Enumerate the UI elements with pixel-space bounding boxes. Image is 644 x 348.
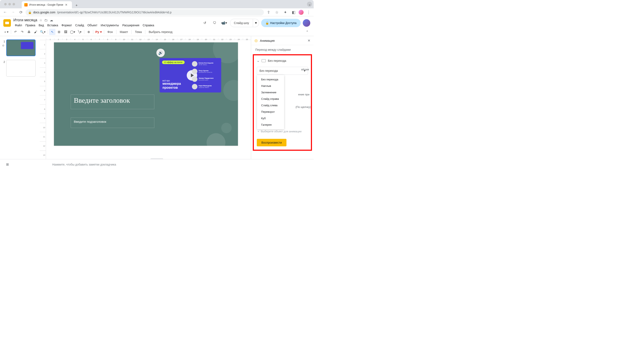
transition-option[interactable]: Наплыв xyxy=(257,83,284,89)
menu-help[interactable]: Справка xyxy=(141,23,156,28)
transition-option[interactable]: Галерея xyxy=(257,122,284,128)
textbox-tool[interactable]: ⊞ xyxy=(56,29,62,35)
redo-button[interactable]: ↷ xyxy=(19,29,25,35)
tabs-expand-icon[interactable]: ⌄ xyxy=(307,2,312,7)
panel-title: Анимация xyxy=(260,39,306,42)
cloud-status-icon[interactable]: ☁ xyxy=(50,18,53,22)
script-tool[interactable]: Рy ▾ xyxy=(94,29,103,35)
transition-dropdown[interactable]: Без перехода ▾ Без перехода Наплыв Затем… xyxy=(257,67,308,75)
transition-section-header[interactable]: ⌄ Без перехода xyxy=(256,57,309,64)
reload-button[interactable]: ⟳ xyxy=(18,9,24,16)
sidepanel-icon[interactable]: ◧ xyxy=(290,9,297,16)
zoom-button[interactable]: 🔍▾ xyxy=(39,29,46,35)
menu-format[interactable]: Формат xyxy=(60,23,74,28)
theme-button[interactable]: Тема xyxy=(133,30,144,34)
menu-object[interactable]: Объект xyxy=(86,23,99,28)
browser-tab-active[interactable]: Итоги месяца - Google Презе ✕ xyxy=(22,1,72,8)
line-tool[interactable]: ╲▾ xyxy=(76,29,83,35)
menu-slide[interactable]: Слайд xyxy=(74,23,86,28)
toolbar: + ▾ ↶ ↷ 🖶 🖌 🔍▾ ↖ ⊞ 🖼 ◯▾ ╲▾ ⊕ Рy ▾ Фон Ма… xyxy=(0,28,314,36)
comments-icon[interactable]: 🗨 xyxy=(211,19,218,27)
play-animation-button[interactable]: Воспроизвести xyxy=(257,139,286,146)
tab-close-icon[interactable]: ✕ xyxy=(65,3,68,6)
transition-option[interactable]: Переворот xyxy=(257,109,284,115)
account-avatar[interactable] xyxy=(303,19,310,27)
slideshow-button-group: Слайд-шоу ▾ xyxy=(230,19,259,27)
transition-option[interactable]: Без перехода xyxy=(257,76,284,83)
layout-button[interactable]: Макет xyxy=(118,30,130,34)
transition-button[interactable]: Выбрать переход xyxy=(146,30,174,34)
shape-tool[interactable]: ◯▾ xyxy=(69,29,76,35)
undo-button[interactable]: ↶ xyxy=(12,29,18,35)
background-button[interactable]: Фон xyxy=(106,30,115,34)
video-title: всё про менеджера проектов xyxy=(162,80,181,90)
slides-logo-icon[interactable] xyxy=(3,19,11,27)
slide-thumbnail-1[interactable] xyxy=(6,39,36,56)
lock-icon: 🔒 xyxy=(265,21,269,25)
move-icon[interactable]: 🗀 xyxy=(44,18,48,22)
subtitle-text: Введите подзаголовок xyxy=(74,120,151,123)
print-button[interactable]: 🖶 xyxy=(26,29,32,35)
star-icon[interactable]: ☆ xyxy=(39,18,42,22)
address-bar: ← → ⟳ 🔒 docs.google.com/presentation/d/1… xyxy=(0,8,314,16)
chevron-down-icon: ⌄ xyxy=(257,59,260,63)
main-area: 1 ⊘ 2 1234567891011121314151617181920212… xyxy=(0,36,314,169)
slide-canvas[interactable]: 🔊 ☑ оффер на почте всё про менеджера про… xyxy=(54,42,238,146)
transition-option[interactable]: Слайд слева xyxy=(257,102,284,109)
maximize-window[interactable] xyxy=(12,3,15,5)
hidden-anim-row-1: ение при xyxy=(298,93,310,96)
video-badge: ☑ оффер на почте xyxy=(162,61,185,64)
comment-tool[interactable]: ⊕ xyxy=(86,29,92,35)
menu-insert[interactable]: Вставка xyxy=(46,23,60,28)
close-panel-icon[interactable]: ✕ xyxy=(308,39,310,43)
slide-number: 2 xyxy=(2,60,5,77)
browser-menu-icon[interactable]: ⋮ xyxy=(305,9,312,16)
collapse-toolbar-icon[interactable]: ⌃ xyxy=(304,29,310,35)
forward-button[interactable]: → xyxy=(10,9,16,16)
slideshow-button[interactable]: Слайд-шоу xyxy=(230,19,253,27)
speaker-notes-placeholder[interactable]: Нажмите, чтобы добавить заметки докладчи… xyxy=(52,163,116,166)
url-path: /presentation/d/1-qp78zwChWsYUs3B1SUnl12… xyxy=(57,11,172,14)
video-object[interactable]: ☑ оффер на почте всё про менеджера проек… xyxy=(160,58,221,92)
speaker-notes-bar: ⊞ Нажмите, чтобы добавить заметки доклад… xyxy=(0,159,314,170)
highlighted-region: ⌄ Без перехода Без перехода ▾ Без перехо… xyxy=(253,54,312,151)
meet-icon[interactable]: 📹▾ xyxy=(220,19,228,27)
lock-icon: 🔒 xyxy=(28,11,32,14)
menu-tools[interactable]: Инструменты xyxy=(99,23,120,28)
url-input[interactable]: 🔒 docs.google.com/presentation/d/1-qp78z… xyxy=(26,9,264,15)
transition-option[interactable]: Слайд справа xyxy=(257,96,284,102)
menu-edit[interactable]: Правка xyxy=(24,23,36,28)
image-tool[interactable]: 🖼 xyxy=(62,29,69,35)
close-window[interactable] xyxy=(4,3,7,5)
browser-tab-bar: Итоги месяца - Google Презе ✕ + ⌄ xyxy=(0,0,314,8)
explore-icon[interactable]: ⊞ xyxy=(4,163,10,166)
share-label: Настройки Доступа xyxy=(270,21,296,25)
select-tool[interactable]: ↖ xyxy=(49,29,56,35)
slide-thumbnail-2[interactable] xyxy=(6,60,36,77)
paint-format-button[interactable]: 🖌 xyxy=(32,29,39,35)
document-title[interactable]: Итоги месяца xyxy=(14,18,37,22)
subtitle-placeholder[interactable]: Введите подзаголовок xyxy=(71,118,154,128)
menu-view[interactable]: Вид xyxy=(37,23,45,28)
title-placeholder[interactable]: Введите заголовок xyxy=(71,95,154,109)
menu-extensions[interactable]: Расширения xyxy=(121,23,141,28)
share-page-icon[interactable]: ⇪ xyxy=(265,9,272,16)
new-slide-button[interactable]: + ▾ xyxy=(3,29,10,35)
hidden-anim-row-2: (По щелчку) xyxy=(296,105,311,109)
minimize-window[interactable] xyxy=(8,3,11,5)
title-text: Введите заголовок xyxy=(74,96,151,104)
share-button[interactable]: 🔒 Настройки Доступа xyxy=(261,19,301,27)
menu-file[interactable]: Файл xyxy=(14,23,24,28)
transition-option[interactable]: Затемнение xyxy=(257,89,284,96)
extensions-icon[interactable]: ✦ xyxy=(282,9,288,16)
new-tab-button[interactable]: + xyxy=(74,2,80,8)
profile-avatar[interactable] xyxy=(298,10,304,15)
transition-option[interactable]: Куб xyxy=(257,115,284,122)
history-icon[interactable]: ↺ xyxy=(201,19,209,27)
slide-filmstrip: 1 ⊘ 2 xyxy=(0,36,40,169)
audio-object[interactable]: 🔊 xyxy=(156,49,165,57)
bookmark-icon[interactable]: ☆ xyxy=(274,9,280,16)
back-button[interactable]: ← xyxy=(2,9,8,16)
slideshow-dropdown[interactable]: ▾ xyxy=(253,19,259,27)
slide-icon xyxy=(262,59,266,62)
